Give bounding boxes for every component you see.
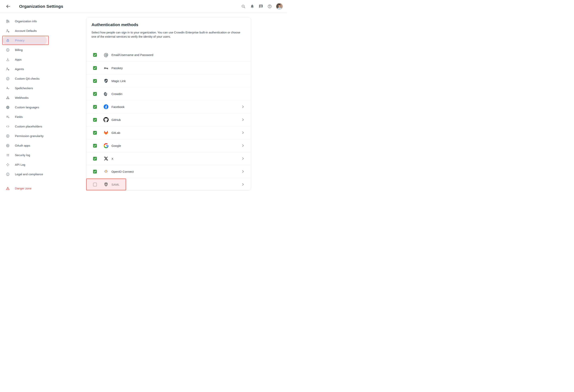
help-icon[interactable] xyxy=(267,4,272,9)
x-checkbox[interactable] xyxy=(93,157,97,160)
auth-method-row-github: GitHub xyxy=(86,113,251,126)
code-icon xyxy=(6,124,10,128)
card-description: Select how people can sign in to your or… xyxy=(91,30,245,39)
sidebar-item-label: Organization info xyxy=(15,20,37,23)
sidebar-item-label: Billing xyxy=(15,48,23,52)
auth-method-label: Google xyxy=(111,139,121,152)
sidebar-item-custom-qa-checks[interactable]: Custom QA checks xyxy=(3,74,47,83)
auth-method-row-passkey: Passkey xyxy=(86,61,251,74)
chevron-right-icon[interactable] xyxy=(241,169,245,174)
sidebar-item-label: Fields xyxy=(15,115,23,118)
chevron-right-icon[interactable] xyxy=(241,143,245,148)
globe-icon xyxy=(6,105,10,109)
sidebar-item-organization-info[interactable]: Organization info xyxy=(3,17,47,26)
sidebar-item-label: Legal and compliance xyxy=(15,173,43,176)
messages-chat-icon[interactable] xyxy=(259,4,263,9)
auth-method-label: SAML xyxy=(111,178,120,191)
crowdin-checkbox[interactable] xyxy=(93,92,97,96)
sidebar-item-oauth-apps[interactable]: OAuth apps xyxy=(3,141,47,150)
chevron-right-icon[interactable] xyxy=(241,105,245,109)
auth-method-row-facebook: Facebook xyxy=(86,100,251,113)
auth-method-row-saml: SAML xyxy=(86,178,251,191)
card-title: Authentication methods xyxy=(91,22,246,27)
x-logo-icon xyxy=(103,156,109,161)
sidebar-item-account-defaults[interactable]: Account Defaults xyxy=(3,26,47,36)
sidebar-item-apps[interactable]: Apps xyxy=(3,55,47,64)
saml-checkbox[interactable] xyxy=(93,183,97,186)
auth-method-label: Facebook xyxy=(111,100,124,113)
magic-link-checkbox[interactable] xyxy=(93,79,97,83)
openid-connect-checkbox[interactable] xyxy=(93,170,97,174)
main-content: Authentication methods Select how people… xyxy=(60,13,287,196)
passkey-key-icon xyxy=(103,65,109,71)
apps-download-icon xyxy=(6,58,10,61)
gitlab-logo-icon xyxy=(103,130,109,135)
spellcheck-icon xyxy=(6,86,10,90)
auth-method-label: GitHub xyxy=(111,113,121,126)
sidebar-item-permission-granularity[interactable]: Permission granularity xyxy=(3,131,47,141)
sidebar-item-legal-and-compliance[interactable]: Legal and compliance xyxy=(3,170,47,179)
fields-icon xyxy=(6,115,10,119)
top-bar: Organization Settings xyxy=(0,0,287,13)
account-defaults-icon xyxy=(6,29,10,33)
sidebar-item-api-log[interactable]: API Log xyxy=(3,160,47,170)
auth-method-label: X xyxy=(111,152,113,165)
list-icon xyxy=(6,153,10,157)
sidebar-item-privacy[interactable]: Privacy xyxy=(3,36,47,45)
auth-method-row-email-username-and-password: @ Email/Username and Password xyxy=(86,48,251,61)
sidebar-item-billing[interactable]: $ Billing xyxy=(3,45,47,55)
auth-method-row-crowdin: Crowdin xyxy=(86,87,251,100)
sidebar-item-label: Permission granularity xyxy=(15,135,43,138)
api-log-icon xyxy=(6,163,10,167)
sidebar-item-label: Agents xyxy=(15,68,24,71)
back-arrow-icon[interactable] xyxy=(6,4,11,9)
sidebar-item-label: API Log xyxy=(15,163,25,166)
chevron-right-icon[interactable] xyxy=(241,118,245,122)
webhook-icon xyxy=(6,96,10,100)
sidebar-item-danger-zone[interactable]: Danger zone xyxy=(3,184,47,193)
sidebar-item-label: Custom QA checks xyxy=(15,77,40,80)
page-title: Organization Settings xyxy=(19,4,63,9)
sidebar-item-webhooks[interactable]: Webhooks xyxy=(3,93,47,103)
passkey-checkbox[interactable] xyxy=(93,66,97,70)
lock-icon xyxy=(6,39,10,42)
email-username-and-password-checkbox[interactable] xyxy=(93,53,97,57)
chevron-right-icon[interactable] xyxy=(241,182,245,187)
github-checkbox[interactable] xyxy=(93,118,97,122)
auth-method-label: Email/Username and Password xyxy=(111,48,153,61)
auth-method-row-gitlab: GitLab xyxy=(86,126,251,139)
sidebar-item-security-log[interactable]: Security log xyxy=(3,150,47,160)
google-logo-icon xyxy=(103,143,109,148)
sidebar-item-custom-languages[interactable]: Custom languages xyxy=(3,103,47,112)
shield-link-icon xyxy=(103,78,109,83)
saml-shield-icon xyxy=(103,182,109,187)
sidebar-item-custom-placeholders[interactable]: Custom placeholders xyxy=(3,122,47,131)
sidebar-item-agents[interactable]: Agents xyxy=(3,64,47,74)
crowdin-logo-icon xyxy=(103,91,109,97)
notifications-bell-icon[interactable] xyxy=(250,4,254,9)
organization-icon xyxy=(6,19,10,23)
auth-method-label: Magic Link xyxy=(111,75,126,87)
warning-icon xyxy=(6,186,10,190)
sidebar-item-spellcheckers[interactable]: Spellcheckers xyxy=(3,83,47,93)
user-avatar[interactable] xyxy=(276,3,283,10)
sidebar-item-label: Security log xyxy=(15,154,30,157)
add-circle-icon xyxy=(6,134,10,138)
sidebar-item-fields[interactable]: Fields xyxy=(3,112,47,122)
google-checkbox[interactable] xyxy=(93,144,97,148)
gitlab-checkbox[interactable] xyxy=(93,131,97,135)
facebook-checkbox[interactable] xyxy=(93,105,97,109)
search-icon[interactable] xyxy=(241,4,246,9)
sidebar-item-label: OAuth apps xyxy=(15,144,30,147)
info-icon xyxy=(6,172,10,176)
sidebar-item-label: Account Defaults xyxy=(15,29,37,33)
chevron-right-icon[interactable] xyxy=(241,131,245,135)
svg-text:$: $ xyxy=(7,49,8,51)
auth-method-label: GitLab xyxy=(111,126,120,139)
chevron-right-icon[interactable] xyxy=(241,156,245,161)
sidebar-item-label: Privacy xyxy=(15,39,24,42)
auth-method-row-google: Google xyxy=(86,139,251,152)
billing-icon: $ xyxy=(6,48,10,52)
facebook-logo-icon xyxy=(103,104,109,109)
auth-methods-list: @ Email/Username and Password Passkey Ma… xyxy=(86,48,251,190)
